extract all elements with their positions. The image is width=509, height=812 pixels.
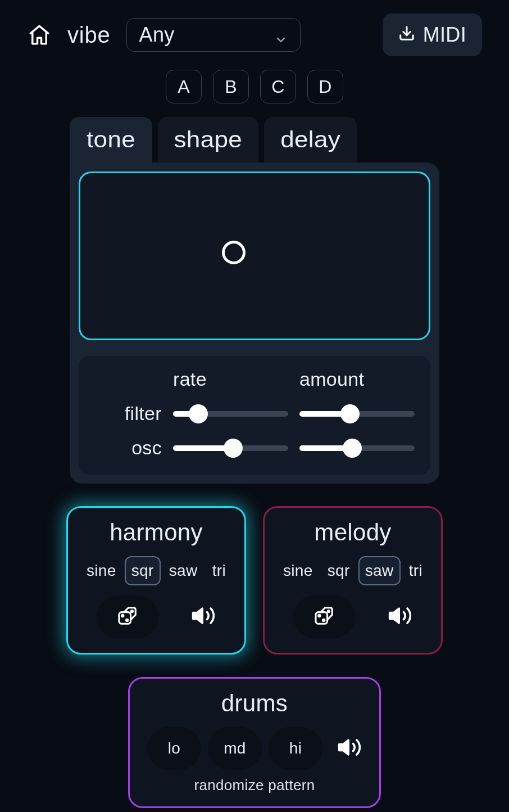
harmony-wave-sqr[interactable]: sqr	[125, 556, 161, 585]
svg-marker-10	[390, 608, 399, 623]
vibe-select[interactable]: Any	[126, 18, 301, 52]
melody-wave-tri[interactable]: tri	[403, 557, 429, 585]
export-midi-label: MIDI	[423, 23, 466, 47]
dice-icon	[117, 605, 138, 629]
download-icon	[398, 23, 415, 47]
preset-c-button[interactable]: C	[260, 70, 296, 103]
filter-amount-slider[interactable]	[299, 406, 415, 422]
preset-row: A B C D	[0, 70, 509, 103]
harmony-mute-button[interactable]	[191, 603, 216, 630]
amount-header: amount	[299, 368, 415, 390]
filter-row-label: filter	[94, 403, 162, 425]
harmony-card: harmony sine sqr saw tri	[66, 506, 246, 655]
svg-point-8	[323, 619, 325, 621]
vibe-select-value: Any	[139, 23, 175, 47]
vibe-label: vibe	[67, 22, 111, 48]
preset-d-button[interactable]: D	[307, 70, 343, 103]
tone-panel: rate amount filter osc	[70, 163, 439, 484]
svg-marker-5	[193, 608, 203, 623]
melody-wave-sine[interactable]: sine	[277, 557, 319, 585]
chevron-down-icon	[274, 28, 288, 42]
home-icon[interactable]	[27, 22, 52, 47]
osc-row-label: osc	[94, 437, 162, 459]
voices-row: harmony sine sqr saw tri melody sine sqr	[0, 506, 509, 655]
melody-wave-saw[interactable]: saw	[358, 556, 401, 585]
modulation-panel: rate amount filter osc	[79, 356, 430, 475]
melody-card: melody sine sqr saw tri	[263, 506, 443, 655]
osc-rate-slider[interactable]	[173, 440, 288, 456]
melody-wave-row: sine sqr saw tri	[277, 556, 429, 585]
preset-b-button[interactable]: B	[213, 70, 249, 103]
melody-wave-sqr[interactable]: sqr	[321, 557, 356, 585]
filter-rate-slider[interactable]	[173, 406, 288, 422]
tab-delay[interactable]: delay	[264, 117, 357, 163]
harmony-randomize-button[interactable]	[97, 596, 158, 638]
drums-card: drums lo md hi randomize pattern	[128, 677, 381, 808]
svg-marker-11	[339, 740, 349, 755]
sound-tabs: tone shape delay	[70, 117, 509, 163]
xy-pad-handle[interactable]	[222, 241, 246, 264]
harmony-wave-sine[interactable]: sine	[80, 557, 122, 585]
speaker-icon	[191, 603, 216, 630]
svg-point-3	[126, 619, 128, 621]
harmony-wave-tri[interactable]: tri	[206, 557, 232, 585]
svg-rect-6	[316, 612, 328, 624]
tab-tone[interactable]: tone	[70, 117, 152, 163]
harmony-wave-saw[interactable]: saw	[163, 557, 204, 585]
speaker-icon	[337, 735, 362, 762]
rate-header: rate	[173, 368, 288, 390]
preset-a-button[interactable]: A	[166, 70, 202, 103]
osc-amount-slider[interactable]	[299, 440, 415, 456]
dice-icon	[313, 605, 335, 629]
svg-point-2	[122, 615, 124, 616]
drums-title: drums	[142, 690, 367, 717]
svg-point-7	[319, 615, 320, 616]
xy-pad[interactable]	[79, 172, 430, 340]
drums-md-button[interactable]: md	[208, 727, 262, 770]
drums-randomize-label: randomize pattern	[142, 777, 367, 794]
drums-lo-button[interactable]: lo	[147, 727, 201, 770]
harmony-title: harmony	[80, 519, 232, 546]
export-midi-button[interactable]: MIDI	[383, 13, 482, 56]
drums-hi-button[interactable]: hi	[269, 727, 322, 770]
tab-shape[interactable]: shape	[158, 117, 258, 163]
drums-mute-button[interactable]	[337, 735, 362, 762]
harmony-wave-row: sine sqr saw tri	[80, 556, 232, 585]
svg-rect-1	[119, 612, 131, 624]
melody-randomize-button[interactable]	[293, 596, 355, 638]
melody-title: melody	[277, 519, 429, 546]
svg-point-9	[328, 611, 329, 612]
svg-point-4	[131, 611, 133, 612]
speaker-icon	[388, 603, 412, 630]
melody-mute-button[interactable]	[388, 603, 412, 630]
